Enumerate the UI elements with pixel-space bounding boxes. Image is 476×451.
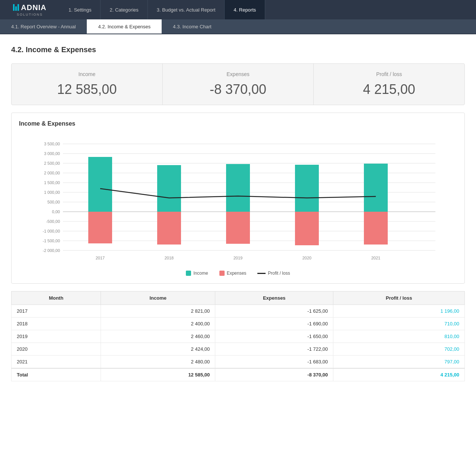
- nav-settings[interactable]: 1. Settings: [60, 0, 101, 19]
- cell-income: 2 480,00: [101, 356, 215, 369]
- expenses-value: -8 370,00: [174, 82, 302, 97]
- nav-items: 1. Settings 2. Categories 3. Budget vs. …: [60, 0, 476, 19]
- cell-income: 2 400,00: [101, 318, 215, 330]
- legend-income-color: [186, 271, 191, 276]
- sub-navigation: 4.1. Report Overview - Annual 4.2. Incom…: [0, 19, 476, 34]
- chart-container: Income & Expenses 3 500,00 3 000,00 2 50…: [11, 113, 465, 284]
- logo-icon: [13, 4, 19, 11]
- svg-text:2019: 2019: [234, 256, 242, 260]
- col-profit: Profit / loss: [333, 291, 465, 305]
- cell-expenses: -1 683,00: [215, 356, 333, 369]
- table-row: 2019 2 460,00 -1 650,00 810,00: [12, 330, 465, 343]
- svg-text:-1 500,00: -1 500,00: [43, 239, 60, 243]
- legend-income: Income: [186, 271, 208, 276]
- cell-month: 2021: [12, 356, 101, 369]
- cell-profit: 797,00: [333, 356, 465, 369]
- subnav-income-expenses[interactable]: 4.2. Income & Expenses: [87, 19, 162, 34]
- subnav-income-chart[interactable]: 4.3. Income Chart: [162, 19, 222, 34]
- cell-profit: 1 196,00: [333, 305, 465, 318]
- svg-text:-1 000,00: -1 000,00: [43, 229, 60, 233]
- bar-expense-2021: [364, 212, 388, 245]
- svg-text:2021: 2021: [371, 256, 380, 260]
- table-total-row: Total 12 585,00 -8 370,00 4 215,00: [12, 368, 465, 381]
- cell-profit: 702,00: [333, 343, 465, 356]
- bar-expense-2020: [295, 212, 319, 245]
- legend-profit-label: Profit / loss: [268, 271, 290, 276]
- cell-expenses: -1 722,00: [215, 343, 333, 356]
- svg-text:-2 000,00: -2 000,00: [43, 248, 60, 253]
- svg-text:3 000,00: 3 000,00: [44, 151, 60, 156]
- main-content: 4.2. Income & Expenses Income 12 585,00 …: [0, 34, 476, 392]
- nav-reports[interactable]: 4. Reports: [225, 0, 265, 19]
- cell-expenses: -1 625,00: [215, 305, 333, 318]
- chart-title: Income & Expenses: [19, 120, 457, 127]
- table-row: 2020 2 424,00 -1 722,00 702,00: [12, 343, 465, 356]
- nav-categories[interactable]: 2. Categories: [101, 0, 147, 19]
- cell-income: 2 460,00: [101, 330, 215, 343]
- expenses-label: Expenses: [174, 71, 302, 77]
- svg-text:500,00: 500,00: [47, 200, 60, 204]
- profit-label: Profit / loss: [325, 71, 453, 77]
- table-row: 2018 2 400,00 -1 690,00 710,00: [12, 318, 465, 330]
- svg-text:2 500,00: 2 500,00: [44, 161, 60, 165]
- logo-name: ADNIA: [21, 3, 46, 12]
- cell-income: 2 424,00: [101, 343, 215, 356]
- logo-bar-3: [18, 4, 19, 11]
- logo-sub: SOLUTIONS: [17, 13, 43, 16]
- table-row: 2017 2 821,00 -1 625,00 1 196,00: [12, 305, 465, 318]
- legend-profit: Profit / loss: [257, 271, 290, 276]
- profit-value: 4 215,00: [325, 82, 453, 97]
- legend-income-label: Income: [193, 271, 208, 276]
- subnav-overview[interactable]: 4.1. Report Overview - Annual: [0, 19, 87, 34]
- svg-text:-500,00: -500,00: [46, 219, 60, 224]
- profit-card: Profit / loss 4 215,00: [314, 64, 464, 105]
- svg-text:2018: 2018: [165, 256, 174, 260]
- total-expenses: -8 370,00: [215, 368, 333, 381]
- legend-expenses: Expenses: [219, 271, 247, 276]
- top-navigation: ADNIA SOLUTIONS 1. Settings 2. Categorie…: [0, 0, 476, 19]
- svg-text:1 500,00: 1 500,00: [44, 180, 60, 185]
- chart-wrap: 3 500,00 3 000,00 2 500,00 2 000,00 1 50…: [19, 133, 457, 267]
- table-header-row: Month Income Expenses Profit / loss: [12, 291, 465, 305]
- svg-text:2020: 2020: [302, 256, 311, 260]
- page-title: 4.2. Income & Expenses: [11, 45, 465, 54]
- svg-text:3 500,00: 3 500,00: [44, 142, 60, 146]
- bar-expense-2019: [226, 212, 250, 244]
- cell-month: 2018: [12, 318, 101, 330]
- svg-text:0,00: 0,00: [52, 209, 60, 214]
- bar-income-2018: [157, 165, 181, 212]
- svg-text:2017: 2017: [96, 256, 105, 260]
- total-label: Total: [12, 368, 101, 381]
- total-profit: 4 215,00: [333, 368, 465, 381]
- expenses-card: Expenses -8 370,00: [163, 64, 314, 105]
- cell-expenses: -1 690,00: [215, 318, 333, 330]
- cell-profit: 710,00: [333, 318, 465, 330]
- cell-month: 2019: [12, 330, 101, 343]
- income-card: Income 12 585,00: [12, 64, 163, 105]
- total-income: 12 585,00: [101, 368, 215, 381]
- chart-legend: Income Expenses Profit / loss: [19, 271, 457, 276]
- logo-bar-1: [13, 4, 15, 11]
- cell-month: 2020: [12, 343, 101, 356]
- cell-month: 2017: [12, 305, 101, 318]
- bar-income-2021: [364, 164, 388, 212]
- income-value: 12 585,00: [23, 82, 151, 97]
- nav-budget[interactable]: 3. Budget vs. Actual Report: [148, 0, 225, 19]
- logo: ADNIA SOLUTIONS: [0, 3, 60, 16]
- logo-bar-2: [15, 6, 17, 11]
- table-row: 2021 2 480,00 -1 683,00 797,00: [12, 356, 465, 369]
- chart-svg: 3 500,00 3 000,00 2 500,00 2 000,00 1 50…: [19, 133, 457, 267]
- cell-profit: 810,00: [333, 330, 465, 343]
- bar-income-2017: [88, 157, 112, 212]
- legend-expenses-label: Expenses: [227, 271, 247, 276]
- logo-text: ADNIA: [13, 3, 46, 12]
- legend-expenses-color: [219, 271, 225, 276]
- bar-income-2020: [295, 165, 319, 212]
- svg-text:2 000,00: 2 000,00: [44, 171, 60, 175]
- data-table: Month Income Expenses Profit / loss 2017…: [11, 291, 465, 381]
- col-expenses: Expenses: [215, 291, 333, 305]
- bar-expense-2017: [88, 212, 112, 243]
- income-label: Income: [23, 71, 151, 77]
- col-month: Month: [12, 291, 101, 305]
- cell-expenses: -1 650,00: [215, 330, 333, 343]
